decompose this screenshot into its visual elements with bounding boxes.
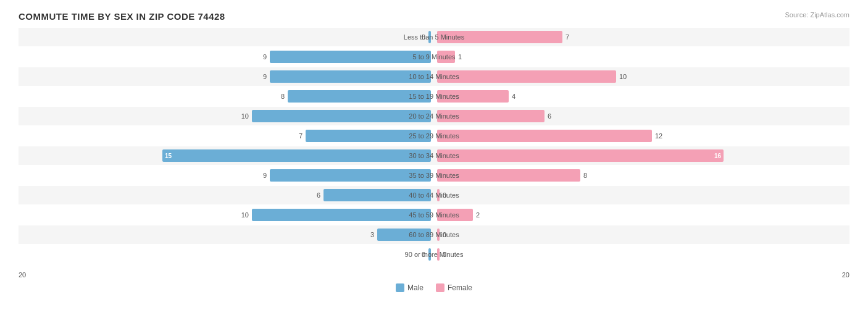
bottom-section: 20 20 Male Female	[19, 271, 849, 292]
left-bar-container: 9	[256, 169, 431, 182]
female-value: 0	[443, 251, 454, 258]
right-bar-container: 8	[437, 169, 595, 182]
left-bar-container: 10	[238, 209, 431, 221]
left-bar-container: 8	[273, 90, 431, 103]
right-bar-container: 1	[437, 51, 469, 63]
axis-left-label: 20	[19, 271, 26, 279]
chart-row: 090 or more Minutes0	[19, 245, 849, 264]
right-bar-container: 0	[437, 229, 454, 241]
male-bar	[306, 130, 431, 142]
male-value: 0	[414, 33, 425, 41]
female-value: 12	[655, 132, 666, 140]
left-bar-container: 0	[414, 248, 431, 261]
female-value: 2	[476, 211, 487, 219]
right-bar-container: 7	[437, 31, 577, 43]
right-bar-container: 6	[437, 110, 559, 122]
legend-female: Female	[436, 283, 472, 292]
male-bar	[270, 51, 431, 63]
left-bar-container: 3	[363, 229, 431, 241]
male-bar	[252, 209, 431, 221]
legend: Male Female	[19, 283, 849, 292]
left-bar-container: 9	[256, 51, 431, 63]
female-bar	[437, 51, 455, 63]
left-bar-container: 10	[238, 110, 431, 122]
female-bar	[437, 248, 440, 261]
row-label: 90 or more Minutes	[405, 251, 464, 258]
right-bar-container: 0	[437, 248, 454, 261]
male-bar	[428, 31, 431, 43]
axis-labels: 20 20	[19, 271, 849, 279]
left-bar-container: 9	[256, 70, 431, 83]
male-value: 3	[363, 231, 374, 238]
male-bar	[428, 248, 431, 261]
female-bar: 16	[437, 149, 724, 162]
chart-row: 935 to 39 Minutes8	[19, 166, 849, 185]
female-value: 6	[548, 112, 559, 120]
male-value: 7	[291, 132, 303, 140]
right-bar-container: 0	[437, 189, 454, 201]
female-bar	[437, 130, 652, 142]
legend-male: Male	[396, 283, 424, 292]
chart-row: 1020 to 24 Minutes6	[19, 107, 849, 125]
chart-row: 910 to 14 Minutes10	[19, 67, 849, 86]
chart-row: 640 to 44 Minutes0	[19, 186, 849, 204]
male-value: 10	[238, 211, 249, 219]
male-bar	[270, 70, 431, 83]
chart-row: 0Less than 5 Minutes7	[19, 28, 849, 46]
female-value: 7	[565, 33, 577, 41]
chart-row: 725 to 29 Minutes12	[19, 127, 849, 145]
female-bar	[437, 169, 580, 182]
left-bar-container: 6	[309, 189, 431, 201]
male-value: 0	[414, 251, 425, 258]
female-value: 1	[458, 53, 469, 61]
male-value: 10	[238, 112, 249, 120]
male-bar	[377, 229, 431, 241]
male-bar	[288, 90, 431, 103]
female-bar	[437, 90, 509, 103]
legend-male-box	[396, 283, 404, 292]
right-bar-container: 12	[437, 130, 666, 142]
female-value: 0	[443, 191, 454, 199]
female-bar	[437, 209, 473, 221]
female-value: 8	[583, 172, 595, 179]
male-bar	[252, 110, 431, 122]
chart-area: 0Less than 5 Minutes795 to 9 Minutes1910…	[19, 28, 849, 269]
right-bar-container: 2	[437, 209, 487, 221]
chart-row: 1045 to 59 Minutes2	[19, 206, 849, 224]
female-bar	[437, 31, 562, 43]
male-bar	[323, 189, 431, 201]
female-bar	[437, 110, 545, 122]
male-bar: 15	[162, 149, 431, 162]
chart-title: COMMUTE TIME BY SEX IN ZIP CODE 74428	[19, 11, 849, 22]
chart-row: 360 to 89 Minutes0	[19, 225, 849, 244]
source-label: Source: ZipAtlas.com	[785, 11, 849, 19]
female-bar	[437, 70, 616, 83]
female-bar	[437, 229, 440, 241]
legend-female-box	[436, 283, 444, 292]
chart-row: 95 to 9 Minutes1	[19, 48, 849, 66]
male-value: 9	[256, 73, 267, 80]
right-bar-container: 10	[437, 70, 630, 83]
female-bar	[437, 189, 440, 201]
chart-row: 1530 to 34 Minutes16	[19, 146, 849, 165]
axis-right-label: 20	[842, 271, 849, 279]
legend-female-label: Female	[448, 283, 472, 292]
left-bar-container: 0	[414, 31, 431, 43]
female-value: 10	[619, 73, 630, 80]
male-value: 9	[256, 53, 267, 61]
chart-container: COMMUTE TIME BY SEX IN ZIP CODE 74428 So…	[0, 0, 868, 323]
right-bar-container: 16	[437, 149, 738, 162]
male-bar	[270, 169, 431, 182]
female-value: 0	[443, 231, 454, 238]
legend-male-label: Male	[407, 283, 424, 292]
female-value: 4	[512, 93, 523, 100]
male-value: 6	[309, 191, 320, 199]
left-bar-container: 15	[148, 149, 431, 162]
left-bar-container: 7	[291, 130, 431, 142]
male-value: 8	[273, 93, 285, 100]
right-bar-container: 4	[437, 90, 523, 103]
chart-row: 815 to 19 Minutes4	[19, 87, 849, 106]
male-value: 9	[256, 172, 267, 179]
